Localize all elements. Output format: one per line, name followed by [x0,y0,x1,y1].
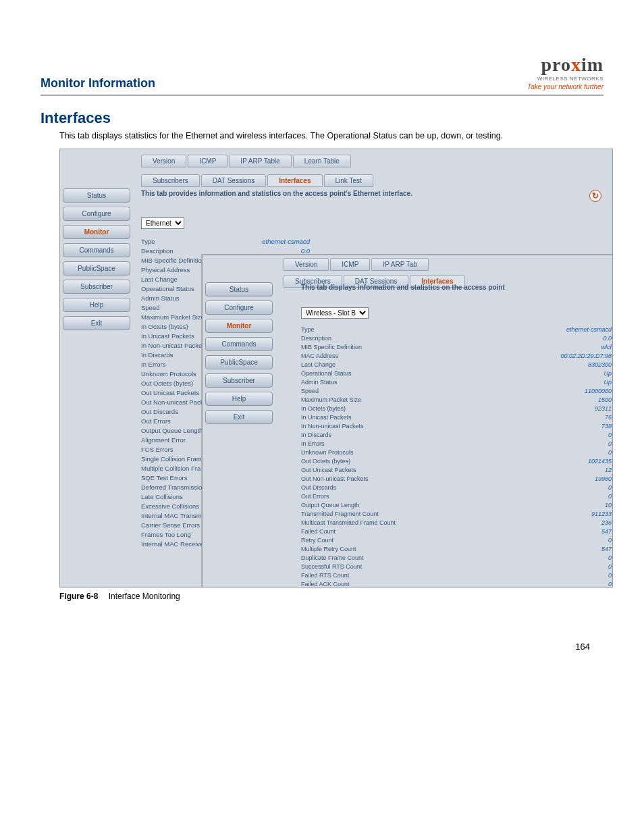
nav-commands[interactable]: Commands [205,337,273,351]
nav-status[interactable]: Status [205,282,273,296]
nav-subscriber[interactable]: Subscriber [205,373,273,388]
stat-label: Internal MAC Receive [141,540,203,549]
stat-row: Out Non-unicast Packets19960 [301,475,612,484]
stat-label: Out Errors [301,492,329,501]
stat-label: Out Discards [141,407,178,417]
stat-value: 19960 [589,475,612,484]
nav-exit[interactable]: Exit [205,410,273,424]
sidebar-front: StatusConfigureMonitorCommandsPublicSpac… [205,282,273,424]
stat-label: In Octets (bytes) [301,405,346,413]
brand-pre: pro [541,54,571,75]
content-front: This tab displays information and statis… [301,284,612,588]
stat-value: 0 [603,431,612,440]
tab-interfaces[interactable]: Interfaces [267,174,322,187]
nav-monitor[interactable]: Monitor [63,225,130,239]
tab-ip-arp-table[interactable]: IP ARP Table [229,155,291,167]
stat-value: 0 [603,484,612,492]
stat-label: Operational Status [301,369,352,378]
tab-version[interactable]: Version [284,258,329,271]
stat-label: Out Octets (bytes) [141,379,193,388]
stat-label: MAC Address [301,352,338,361]
stat-label: Output Queue Length [141,426,203,436]
stat-label: Admin Status [301,378,338,387]
interface-select-back[interactable]: Ethernet [141,217,184,229]
stat-value: 0.0 [597,334,612,343]
sidebar-back: StatusConfigureMonitorCommandsPublicSpac… [63,188,130,330]
stat-row: MAC Address00:02:2D:29:D7:98 [301,352,612,361]
stat-value: 739 [596,422,612,431]
tab-link-test[interactable]: Link Test [324,174,373,187]
stat-label: FCS Errors [141,445,173,454]
nav-configure[interactable]: Configure [63,207,130,221]
stat-label: Out Non-unicast Pack [141,398,203,407]
nav-help[interactable]: Help [63,298,130,312]
stat-row: Typeethernet-csmacd [301,325,612,334]
stat-label: Late Collisions [141,492,183,502]
stat-label: Type [301,325,315,334]
stat-row: Failed Count547 [301,527,612,536]
nav-publicspace[interactable]: PublicSpace [205,355,273,369]
nav-exit[interactable]: Exit [63,316,130,330]
brand-post: im [581,54,603,75]
stat-label: In Errors [141,360,165,369]
tab-learn-table[interactable]: Learn Table [293,155,351,167]
section-title: Interfaces [41,109,603,127]
nav-monitor[interactable]: Monitor [205,319,273,333]
tab-subscribers[interactable]: Subscribers [141,174,200,187]
intro-back: This tab provides information and statis… [141,190,606,197]
stat-label: Out Discards [301,484,336,492]
stat-value: 0 [603,580,612,588]
stat-value: 0 [603,440,612,448]
stat-row: Speed11000000 [301,387,612,396]
tab-dat-sessions[interactable]: DAT Sessions [201,174,266,187]
stat-label: Description [141,246,173,256]
stat-value: 0 [603,571,612,580]
stat-row: In Errors0 [301,440,612,448]
stat-value: 0 [603,536,612,545]
stat-value: 236 [596,519,612,527]
brand-x: x [571,54,581,75]
stat-row: Description0.0 [301,334,612,343]
stat-label: Transmitted Fragment Count [301,510,379,519]
tab-ip-arp-tab[interactable]: IP ARP Tab [371,258,429,271]
stat-value: Up [598,369,612,378]
stat-label: MIB Specific Definition [301,343,362,352]
figure-title: Interface Monitoring [109,592,180,601]
stat-label: Internal MAC Transm [141,511,202,521]
stat-label: Output Queue Length [301,501,360,510]
stat-label: Unknown Protocols [141,369,196,379]
stat-value: 0 [603,448,612,457]
stat-row: Maximum Packet Size1500 [301,396,612,405]
nav-commands[interactable]: Commands [63,243,130,257]
interface-select-front[interactable]: Wireless - Slot B [301,307,369,319]
stat-row: MIB Specific Definitionwlcf [301,343,612,352]
stat-value: ethernet-csmacd [257,237,310,246]
stat-label: Failed Count [301,527,336,536]
stat-label: Operational Status [141,284,194,294]
stat-label: Maximum Packet Size [301,396,361,405]
nav-subscriber[interactable]: Subscriber [63,280,130,294]
stat-row: Out Unicast Packets12 [301,466,612,475]
stat-label: Carrier Sense Errors [141,521,200,530]
stat-label: Excessive Collisions [141,502,199,511]
stat-row: Out Errors0 [301,492,612,501]
stat-label: Deferred Transmissio [141,483,202,492]
stat-label: Alignment Error [141,436,186,445]
stat-row: Failed ACK Count0 [301,580,612,588]
tab-version[interactable]: Version [141,155,186,167]
stat-label: Failed RTS Count [301,571,349,580]
tab-icmp[interactable]: ICMP [188,155,227,167]
stat-row: Last Change8302300 [301,361,612,369]
stat-label: Speed [141,303,159,313]
nav-help[interactable]: Help [205,392,273,406]
tab-icmp[interactable]: ICMP [330,258,370,271]
nav-status[interactable]: Status [63,188,130,203]
nav-publicspace[interactable]: PublicSpace [63,261,130,276]
nav-configure[interactable]: Configure [205,301,273,315]
tabs-front-row1: VersionICMPIP ARP Tab [284,255,613,273]
header-title: Monitor Information [41,76,155,90]
stat-row: Out Discards0 [301,484,612,492]
refresh-icon[interactable]: ↻ [589,190,601,202]
stat-label: Out Unicast Packets [301,466,356,475]
stat-label: Out Unicast Packets [141,388,199,398]
